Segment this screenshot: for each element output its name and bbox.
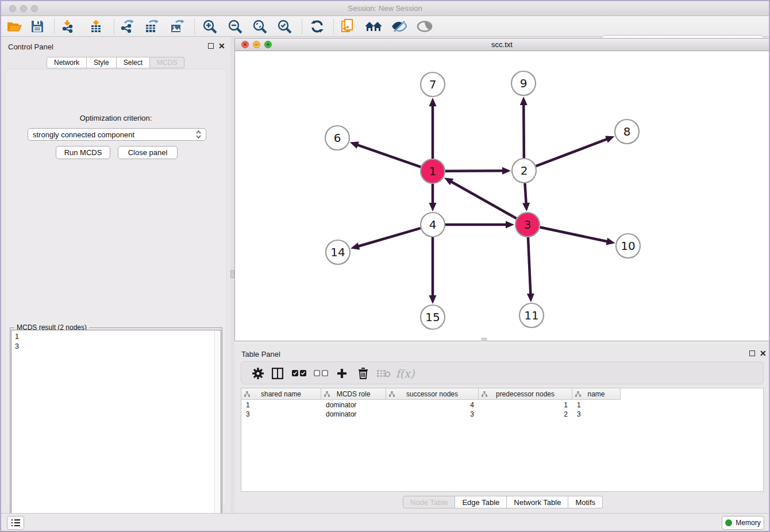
table-cell[interactable]: 2 [479,410,572,419]
edge-4-14[interactable] [357,228,421,246]
table-panel-title: Table Panel [241,350,280,358]
optimization-criterion-label: Optimization criterion: [5,114,226,122]
refresh-icon[interactable] [307,18,327,35]
tab-edge-table[interactable]: Edge Table [455,496,507,508]
tab-node-table[interactable]: Node Table [403,496,456,508]
save-session-icon[interactable] [28,18,47,35]
table-cell[interactable]: 3 [386,410,479,419]
edge-3-10[interactable] [540,228,609,242]
column-header-MCDS-role[interactable]: MCDS role [321,388,386,400]
network-graph[interactable]: 1234678910111415 [235,51,769,341]
zoom-fit-icon[interactable] [250,18,270,35]
splitter-grip[interactable] [230,270,234,278]
tab-network-table[interactable]: Network Table [507,496,568,508]
tab-select[interactable]: Select [117,57,150,68]
result-scrollbar[interactable] [214,330,221,532]
hierarchy-icon [482,391,487,397]
import-network-icon[interactable] [59,18,78,35]
split-columns-icon[interactable] [269,365,286,382]
memory-button[interactable]: Memory [722,516,764,530]
table-cell[interactable]: 1 [241,400,321,410]
close-table-panel-icon[interactable]: ✕ [760,350,767,356]
table-cell[interactable]: 3 [572,410,621,419]
node-label-11: 11 [524,309,538,322]
tab-mcds[interactable]: MCDS [150,57,184,68]
node-label-3: 3 [524,218,532,232]
hierarchy-icon [575,391,581,397]
application-window: Session: New Session [0,0,770,532]
function-icon: f(x) [396,365,414,382]
add-icon[interactable] [333,365,351,382]
vertical-splitter[interactable] [230,37,234,515]
delete-column-icon[interactable] [375,365,392,382]
run-mcds-button[interactable]: Run MCDS [56,146,110,159]
edge-arrowhead [522,203,530,211]
open-session-icon[interactable] [5,18,24,35]
table-cell[interactable]: 1 [572,400,621,410]
tab-style[interactable]: Style [87,57,117,68]
control-panel-tabs: NetworkStyleSelectMCDS [47,57,184,68]
zoom-out-icon[interactable] [225,18,245,35]
edge-arrowhead [527,294,534,302]
memory-status-icon [725,519,732,526]
edge-2-3[interactable] [525,183,526,205]
export-table-icon[interactable] [143,18,162,35]
table-row[interactable]: 1dominator411 [241,400,621,410]
float-table-panel-icon[interactable] [749,350,755,358]
edge-3-11[interactable] [528,237,530,295]
task-history-button[interactable] [7,516,24,530]
home-icon[interactable] [364,18,383,35]
deselect-all-icon[interactable] [313,365,330,382]
new-network-icon[interactable] [338,18,358,35]
table-cell[interactable]: 4 [386,400,479,410]
table-cell[interactable]: 3 [241,410,321,419]
import-table-icon[interactable] [86,18,106,35]
edge-arrowhead [605,136,614,142]
edge-1-2[interactable] [445,171,504,171]
close-panel-icon[interactable]: ✕ [218,43,225,49]
show-graphics-icon[interactable] [415,18,434,35]
edge-arrowhead [429,203,437,211]
select-stepper-icon [196,130,201,138]
column-header-name[interactable]: name [572,388,621,400]
edge-3-1[interactable] [450,181,516,218]
table-cell[interactable]: 1 [479,400,572,410]
horizontal-splitter-grip[interactable] [482,338,487,341]
hide-graphics-icon[interactable] [389,18,409,35]
node-label-8: 8 [623,125,631,138]
float-panel-icon[interactable] [208,43,214,51]
gear-icon[interactable] [249,365,267,382]
edge-1-6[interactable] [356,145,421,167]
network-canvas[interactable]: 1234678910111415 [235,51,769,341]
network-title: scc.txt [235,40,769,49]
column-header-predecessor-nodes[interactable]: predecessor nodes [479,388,572,400]
tab-network[interactable]: Network [47,57,87,68]
node-label-2: 2 [521,164,528,178]
export-image-icon[interactable] [168,18,187,35]
control-panel-title: Control Panel [8,43,53,51]
select-all-icon[interactable] [291,365,308,382]
edge-2-9[interactable] [523,103,524,158]
edge-2-8[interactable] [536,138,609,166]
table-cell[interactable]: dominator [321,410,386,419]
close-panel-button[interactable]: Close panel [118,146,178,159]
table-toolbar: f(x) [241,361,764,384]
mcds-result-text[interactable]: 13 [11,330,221,532]
table-row[interactable]: 3dominator323 [241,410,621,419]
column-header-shared-name[interactable]: shared name [241,388,321,400]
column-header-successor-nodes[interactable]: successor nodes [386,388,479,400]
table-header: shared nameMCDS rolesuccessor nodesprede… [241,388,621,400]
criterion-value: strongly connected component [33,130,134,139]
window-title: Session: New Session [1,4,769,13]
result-line: 3 [15,342,217,352]
criterion-select[interactable]: strongly connected component [28,128,206,141]
edge-arrowhead [520,97,528,105]
node-table[interactable]: shared nameMCDS rolesuccessor nodesprede… [241,388,764,492]
export-network-icon[interactable] [117,18,137,35]
zoom-in-icon[interactable] [200,18,220,35]
tab-motifs[interactable]: Motifs [568,496,603,508]
table-cell[interactable]: dominator [321,400,386,410]
zoom-selected-icon[interactable] [275,18,294,35]
node-label-7: 7 [429,78,437,91]
delete-icon[interactable] [355,365,372,382]
